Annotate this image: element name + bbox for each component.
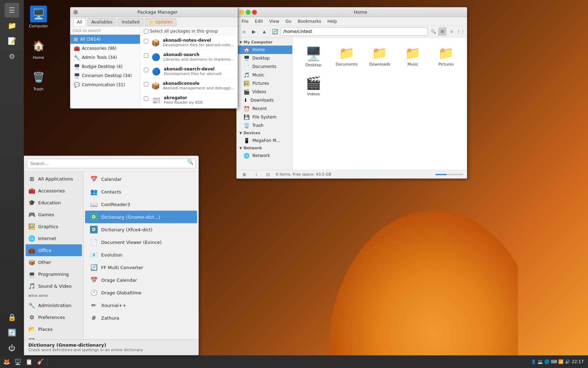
fm-folder-videos[interactable]: 🎬 Videos: [298, 73, 329, 99]
fm-menu-go[interactable]: Go: [283, 18, 294, 25]
fm-folder-music[interactable]: 📁 Music: [398, 43, 428, 70]
pkg-cat-all[interactable]: ⊞ All (5614): [70, 35, 140, 44]
app-coolreader[interactable]: 📖 CoolReader3: [85, 198, 197, 211]
fm-folder-downloads[interactable]: 📁 Downloads: [365, 43, 395, 70]
fm-grid-view-button[interactable]: ⊞: [438, 27, 447, 36]
pkg-tab-updates[interactable]: ⭐ Updates: [145, 18, 177, 26]
pkg-checkbox-akonadi-search[interactable]: [144, 53, 148, 58]
fm-status-options-btn[interactable]: ⊡: [264, 170, 272, 179]
sidebar-menu-btn[interactable]: ☰: [5, 3, 19, 18]
fm-sidebar-recent[interactable]: ⏰ Recent: [237, 104, 292, 113]
fm-zoom-slider[interactable]: [435, 174, 463, 175]
taskbar-firefox-icon[interactable]: 🦊: [1, 356, 12, 367]
file-manager-minimize-button[interactable]: [239, 10, 244, 15]
pkg-cat-cinnamon[interactable]: 🖥️ Cinnamon Desktop (34): [70, 71, 140, 80]
sidebar-settings-btn[interactable]: ⚙️: [5, 49, 19, 64]
fm-address-bar[interactable]: /home/cintest: [281, 27, 428, 36]
fm-folder-desktop[interactable]: 🖥️ Desktop: [298, 43, 329, 70]
fm-sidebar-home[interactable]: 🏠 Home: [237, 46, 292, 54]
pkg-checkbox-akregator[interactable]: [144, 96, 148, 101]
fm-columns-view-button[interactable]: ⋮⋮: [456, 27, 465, 36]
fm-sidebar-trash[interactable]: 🗑️ Trash: [237, 121, 292, 130]
pkg-tab-all[interactable]: All: [73, 18, 86, 26]
fm-search-button[interactable]: 🔍: [429, 27, 438, 36]
app-dict-xfce[interactable]: D Dictionary (Xfce4-dict): [85, 223, 197, 236]
select-all-checkbox[interactable]: [144, 29, 148, 34]
fm-up-button[interactable]: ▲: [260, 27, 269, 36]
taskbar-notes-icon[interactable]: 📋: [24, 356, 34, 367]
app-ffmulti[interactable]: 🔄 FF Multi Converter: [85, 261, 197, 274]
fm-menu-edit[interactable]: Edit: [252, 18, 266, 25]
pkg-tab-availables[interactable]: Availables: [88, 18, 117, 26]
cat-education[interactable]: 🎓 Education: [24, 197, 83, 209]
package-manager-search[interactable]: Click to search: [70, 27, 140, 35]
cat-all-applications[interactable]: ⊞ All Applications: [24, 173, 83, 185]
fm-menu-help[interactable]: Help: [325, 18, 340, 25]
fm-folder-documents[interactable]: 📁 Documents: [331, 43, 362, 70]
fm-sidebar-megafon[interactable]: 📱 MegaFon M...: [237, 136, 292, 145]
cat-other[interactable]: 📦 Other: [24, 256, 83, 268]
app-calendar[interactable]: 📅 Calendar: [85, 173, 197, 185]
cat-recent-files[interactable]: ⏰ Recent Files: [24, 335, 83, 339]
app-evolution[interactable]: 📧 Evolution: [85, 248, 197, 261]
fm-refresh-button[interactable]: 🔄: [270, 27, 279, 36]
file-manager-maximize-button[interactable]: [246, 10, 251, 15]
app-menu-search-input[interactable]: [27, 159, 196, 168]
fm-menu-bookmarks[interactable]: Bookmarks: [295, 18, 324, 25]
fm-menu-file[interactable]: File: [239, 18, 251, 25]
cat-preferences[interactable]: ⚙️ Preferences: [24, 311, 83, 323]
fm-sidebar-videos[interactable]: 🎬 Videos: [237, 88, 292, 96]
fm-sidebar-documents[interactable]: 📄 Documents: [237, 62, 292, 71]
fm-section-my-computer[interactable]: ▼ My Computer: [237, 39, 292, 46]
cat-programming[interactable]: 💻 Programming: [24, 268, 83, 280]
pkg-cat-admintools[interactable]: 🔧 Admin Tools (34): [70, 53, 140, 62]
app-evince[interactable]: 📄 Document Viewer (Evince): [85, 236, 197, 248]
cat-games[interactable]: 🎮 Games: [24, 209, 83, 220]
fm-sidebar-network[interactable]: 🌐 Network: [237, 151, 292, 160]
fm-sidebar-pictures[interactable]: 🖼️ Pictures: [237, 79, 292, 88]
sidebar-files-btn[interactable]: 📁: [5, 18, 19, 33]
app-orage-cal[interactable]: 📅 Orage Calendar: [85, 274, 197, 286]
cat-graphics[interactable]: 🖼️ Graphics: [24, 220, 83, 232]
cat-places[interactable]: 📂 Places: [24, 323, 83, 335]
sidebar-lock-btn[interactable]: 🔒: [5, 310, 19, 325]
cat-administration[interactable]: 🔧 Administration: [24, 299, 83, 311]
fm-section-devices[interactable]: ▼ Devices: [237, 130, 292, 136]
fm-back-button[interactable]: ◀: [239, 27, 248, 36]
file-manager-close-button[interactable]: [252, 10, 257, 15]
fm-list-view-button[interactable]: ≡: [447, 27, 456, 36]
fm-sidebar-desktop[interactable]: 🖥️ Desktop: [237, 54, 292, 62]
pkg-checkbox-akonadi-notes[interactable]: [144, 39, 148, 43]
sidebar-notes-btn[interactable]: 📝: [5, 34, 19, 48]
pkg-checkbox-akonadiconsole[interactable]: [144, 82, 148, 87]
desktop-icon-computer[interactable]: 🖥️ Computer: [24, 4, 52, 30]
cat-internet[interactable]: 🌐 Internet: [24, 232, 83, 244]
pkg-cat-communication[interactable]: 💬 Communication (31): [70, 80, 140, 89]
app-dict-gnome[interactable]: D Dictionary (Gnome-dict...): [85, 211, 197, 223]
fm-sidebar-filesystem[interactable]: 💾 File System: [237, 113, 292, 121]
pkg-tab-installed[interactable]: Installed: [118, 18, 143, 26]
pkg-cat-budgie[interactable]: 🖥️ Budgie Desktop (4): [70, 62, 140, 71]
titlebar-menu-button[interactable]: ☰: [73, 10, 78, 15]
cat-office[interactable]: 💼 Office: [26, 244, 82, 256]
fm-status-icon-btn[interactable]: ⊞: [240, 170, 248, 179]
fm-folder-pictures[interactable]: 📁 Pictures: [431, 43, 461, 70]
pkg-cat-accessories[interactable]: 🧰 Accessories (96): [70, 44, 140, 53]
app-orage-global[interactable]: 🕐 Orage Globaltime: [85, 286, 197, 299]
app-xournal[interactable]: ✏️ Xournal++: [85, 299, 197, 312]
desktop-icon-home[interactable]: 🏠 Home: [24, 35, 52, 62]
fm-sidebar-music[interactable]: 🎵 Music: [237, 71, 292, 79]
sidebar-refresh-btn[interactable]: 🔄: [5, 325, 19, 340]
fm-sidebar-downloads[interactable]: ⬇️ Downloads: [237, 96, 292, 104]
pkg-checkbox-akonadi-search-devel[interactable]: [144, 68, 148, 72]
sidebar-power-btn[interactable]: ⏻: [5, 341, 19, 355]
fm-section-network[interactable]: ▼ Network: [237, 145, 292, 151]
app-contacts[interactable]: 👥 Contacts: [85, 185, 197, 198]
app-zathura[interactable]: # Zathura: [85, 312, 197, 324]
fm-forward-button[interactable]: ▶: [249, 27, 258, 36]
cat-accessories[interactable]: 🧰 Accessories: [24, 185, 83, 197]
fm-menu-view[interactable]: View: [266, 18, 282, 25]
taskbar-files-icon[interactable]: 🖥️: [13, 356, 23, 367]
cat-soundvideo[interactable]: 🎵 Sound & Video: [24, 280, 83, 292]
fm-status-sort-btn[interactable]: ↕: [252, 170, 260, 179]
